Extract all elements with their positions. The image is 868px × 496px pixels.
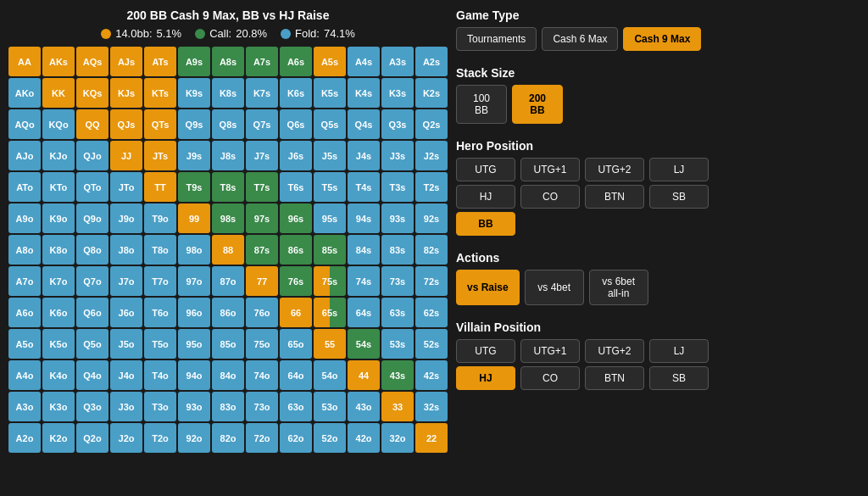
- grid-cell[interactable]: K8s: [212, 78, 244, 108]
- grid-cell[interactable]: JTo: [110, 172, 142, 202]
- grid-cell[interactable]: Q2o: [76, 423, 108, 453]
- grid-cell[interactable]: ATo: [8, 172, 41, 202]
- grid-cell[interactable]: 72s: [415, 266, 448, 296]
- btn-vs-6bet[interactable]: vs 6betall-in: [589, 270, 648, 305]
- grid-cell[interactable]: 62s: [415, 298, 448, 327]
- grid-cell[interactable]: A8s: [212, 47, 244, 76]
- btn-cash9max[interactable]: Cash 9 Max: [623, 27, 701, 51]
- btn-villain-utg[interactable]: UTG: [456, 339, 515, 363]
- btn-villain-sb[interactable]: SB: [649, 366, 709, 390]
- grid-cell[interactable]: 66: [280, 298, 312, 327]
- grid-cell[interactable]: Q9o: [76, 203, 108, 233]
- grid-cell[interactable]: K5s: [314, 78, 346, 108]
- grid-cell[interactable]: J8o: [110, 235, 142, 265]
- grid-cell[interactable]: 64s: [348, 298, 380, 327]
- grid-cell[interactable]: 97s: [246, 203, 278, 233]
- grid-cell[interactable]: A5s: [314, 47, 346, 76]
- grid-cell[interactable]: AJo: [8, 141, 41, 170]
- grid-cell[interactable]: KK: [42, 78, 75, 108]
- grid-cell[interactable]: J9s: [178, 141, 210, 170]
- grid-cell[interactable]: J4o: [110, 360, 142, 390]
- grid-cell[interactable]: J2o: [110, 423, 142, 453]
- grid-cell[interactable]: 42s: [415, 360, 448, 390]
- grid-cell[interactable]: 92s: [415, 203, 448, 233]
- grid-cell[interactable]: 85s: [314, 235, 346, 265]
- grid-cell[interactable]: 95s: [314, 203, 346, 233]
- btn-villain-hj[interactable]: HJ: [456, 366, 515, 390]
- grid-cell[interactable]: A4o: [8, 360, 41, 390]
- grid-cell[interactable]: K2s: [415, 78, 448, 108]
- grid-cell[interactable]: Q2s: [415, 109, 448, 139]
- btn-hero-co[interactable]: CO: [520, 185, 580, 209]
- grid-cell[interactable]: 32s: [415, 392, 448, 421]
- grid-cell[interactable]: 55: [314, 329, 346, 359]
- grid-cell[interactable]: 93o: [178, 392, 210, 421]
- grid-cell[interactable]: 75s: [314, 266, 346, 296]
- grid-cell[interactable]: J7o: [110, 266, 142, 296]
- grid-cell[interactable]: 92o: [178, 423, 210, 453]
- btn-hero-lj[interactable]: LJ: [649, 158, 709, 181]
- grid-cell[interactable]: J4s: [348, 141, 380, 170]
- grid-cell[interactable]: K9s: [178, 78, 210, 108]
- btn-hero-bb[interactable]: BB: [456, 212, 515, 236]
- btn-200bb[interactable]: 200BB: [512, 85, 563, 124]
- grid-cell[interactable]: A7s: [246, 47, 278, 76]
- btn-hero-utg[interactable]: UTG: [456, 158, 515, 181]
- grid-cell[interactable]: K4s: [348, 78, 380, 108]
- grid-cell[interactable]: Q9s: [178, 109, 210, 139]
- grid-cell[interactable]: A2o: [8, 423, 41, 453]
- grid-cell[interactable]: 86o: [212, 298, 244, 327]
- btn-vs-4bet[interactable]: vs 4bet: [525, 270, 584, 305]
- grid-cell[interactable]: 84o: [212, 360, 244, 390]
- grid-cell[interactable]: 65s: [314, 298, 346, 327]
- grid-cell[interactable]: K5o: [42, 329, 75, 359]
- grid-cell[interactable]: 54o: [314, 360, 346, 390]
- grid-cell[interactable]: K7s: [246, 78, 278, 108]
- grid-cell[interactable]: 43s: [381, 360, 414, 390]
- grid-cell[interactable]: Q8o: [76, 235, 108, 265]
- grid-cell[interactable]: 65o: [280, 329, 312, 359]
- grid-cell[interactable]: 99: [178, 203, 210, 233]
- grid-cell[interactable]: 54s: [348, 329, 380, 359]
- grid-cell[interactable]: KQo: [42, 109, 75, 139]
- grid-cell[interactable]: J5o: [110, 329, 142, 359]
- grid-cell[interactable]: 88: [212, 235, 244, 265]
- grid-cell[interactable]: T9o: [144, 203, 176, 233]
- grid-cell[interactable]: 74s: [348, 266, 380, 296]
- grid-cell[interactable]: AJs: [110, 47, 142, 76]
- grid-cell[interactable]: KTs: [144, 78, 176, 108]
- grid-cell[interactable]: 85o: [212, 329, 244, 359]
- grid-cell[interactable]: 82o: [212, 423, 244, 453]
- grid-cell[interactable]: J6o: [110, 298, 142, 327]
- grid-cell[interactable]: 87s: [246, 235, 278, 265]
- grid-cell[interactable]: 52o: [314, 423, 346, 453]
- grid-cell[interactable]: AKs: [42, 47, 75, 76]
- grid-cell[interactable]: QTo: [76, 172, 108, 202]
- grid-cell[interactable]: Q6s: [280, 109, 312, 139]
- btn-villain-utg1[interactable]: UTG+1: [520, 339, 580, 363]
- grid-cell[interactable]: 63o: [280, 392, 312, 421]
- grid-cell[interactable]: T8s: [212, 172, 244, 202]
- grid-cell[interactable]: A3s: [381, 47, 414, 76]
- grid-cell[interactable]: Q5s: [314, 109, 346, 139]
- grid-cell[interactable]: T3o: [144, 392, 176, 421]
- grid-cell[interactable]: 42o: [348, 423, 380, 453]
- grid-cell[interactable]: J7s: [246, 141, 278, 170]
- grid-cell[interactable]: Q8s: [212, 109, 244, 139]
- grid-cell[interactable]: T4o: [144, 360, 176, 390]
- grid-cell[interactable]: 53s: [381, 329, 414, 359]
- grid-cell[interactable]: 33: [381, 392, 414, 421]
- grid-cell[interactable]: 74o: [246, 360, 278, 390]
- grid-cell[interactable]: T4s: [348, 172, 380, 202]
- grid-cell[interactable]: 76s: [280, 266, 312, 296]
- grid-cell[interactable]: 98s: [212, 203, 244, 233]
- grid-cell[interactable]: AQo: [8, 109, 41, 139]
- grid-cell[interactable]: J3o: [110, 392, 142, 421]
- btn-hero-sb[interactable]: SB: [649, 185, 709, 209]
- grid-cell[interactable]: ATs: [144, 47, 176, 76]
- grid-cell[interactable]: T6o: [144, 298, 176, 327]
- btn-villain-co[interactable]: CO: [520, 366, 580, 390]
- grid-cell[interactable]: JJ: [110, 141, 142, 170]
- grid-cell[interactable]: 63s: [381, 298, 414, 327]
- grid-cell[interactable]: J9o: [110, 203, 142, 233]
